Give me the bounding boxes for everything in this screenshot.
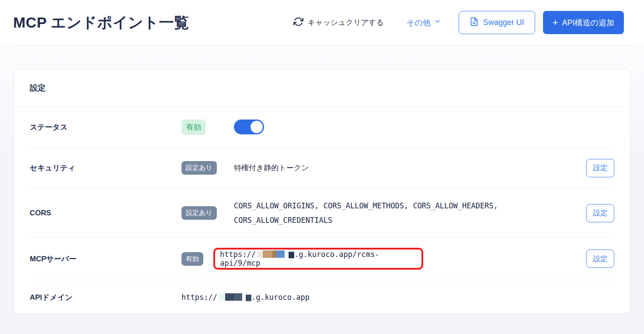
mcp-setting-button[interactable]: 設定 <box>586 250 614 268</box>
cors-badge: 設定あり <box>181 206 217 220</box>
cors-value-line1: CORS_ALLOW_ORIGINS, CORS_ALLOW_METHODS, … <box>234 199 498 213</box>
cache-clear-label: キャッシュクリアする <box>308 18 384 28</box>
page-content: 設定 ステータス 有効 セキュリティ 設定あり 特権付き静的トークン <box>0 46 644 334</box>
mcp-url-prefix: https:// <box>220 250 256 259</box>
row-mcp-server: MCPサーバー 有効 https://.g.kuroco.app/rcms-ap… <box>30 238 614 280</box>
redacted-block <box>258 250 263 258</box>
row-status: ステータス 有効 <box>30 107 614 148</box>
status-label: ステータス <box>30 122 181 132</box>
row-security: セキュリティ 設定あり 特権付き静的トークン 設定 <box>30 148 614 189</box>
plus-icon: + <box>553 18 558 28</box>
swagger-ui-button[interactable]: Swagger UI <box>459 11 535 34</box>
cors-badge-cell: 設定あり <box>181 206 234 220</box>
status-toggle[interactable] <box>234 120 264 134</box>
card-title: 設定 <box>30 83 45 93</box>
toggle-knob <box>251 121 263 133</box>
security-label: セキュリティ <box>30 163 181 173</box>
mcp-server-badge: 有効 <box>181 252 203 266</box>
chevron-down-icon <box>434 18 441 27</box>
security-value: 特権付き静的トークン <box>234 163 309 173</box>
security-setting-button[interactable]: 設定 <box>586 159 614 177</box>
status-badge: 有効 <box>181 120 206 135</box>
redacted-block <box>276 250 285 258</box>
redacted-block <box>234 293 242 301</box>
settings-card: 設定 ステータス 有効 セキュリティ 設定あり 特権付き静的トークン <box>14 69 630 314</box>
add-api-structure-label: API構造の追加 <box>562 18 614 28</box>
redacted-block <box>225 293 234 301</box>
api-domain-suffix: .g.kuroco.app <box>251 293 310 302</box>
status-badge-cell: 有効 <box>181 120 234 135</box>
document-icon <box>470 17 479 28</box>
redacted-block <box>272 250 276 258</box>
api-domain-url: https://.g.kuroco.app <box>181 293 310 302</box>
top-bar: MCP エンドポイント一覧 キャッシュクリアする その他 <box>0 0 644 45</box>
security-badge: 設定あり <box>181 161 217 175</box>
cors-value: CORS_ALLOW_ORIGINS, CORS_ALLOW_METHODS, … <box>234 199 498 228</box>
others-dropdown[interactable]: その他 <box>407 18 441 28</box>
redacted-block <box>289 252 294 258</box>
cors-value-line2: CORS_ALLOW_CREDENTIALS <box>234 213 498 228</box>
add-api-structure-button[interactable]: + API構造の追加 <box>543 11 624 34</box>
others-label: その他 <box>407 18 431 28</box>
redacted-block <box>246 295 251 301</box>
api-domain-label: APIドメイン <box>30 292 181 302</box>
cors-label: CORS <box>30 209 181 218</box>
swagger-ui-label: Swagger UI <box>483 18 524 27</box>
mcp-url-highlight-box: https://.g.kuroco.app/rcms-api/9/mcp <box>213 248 423 270</box>
cors-setting-button[interactable]: 設定 <box>586 204 614 222</box>
redacted-block <box>263 250 272 258</box>
security-badge-cell: 設定あり <box>181 161 234 175</box>
mcp-server-label: MCPサーバー <box>30 254 181 264</box>
mcp-url: https://.g.kuroco.app/rcms-api/9/mcp <box>220 250 417 267</box>
settings-rows: ステータス 有効 セキュリティ 設定あり 特権付き静的トークン 設定 CORS <box>14 107 630 314</box>
page-title: MCP エンドポイント一覧 <box>13 13 189 33</box>
row-api-domain: APIドメイン https://.g.kuroco.app <box>30 280 614 314</box>
api-domain-prefix: https:// <box>181 293 217 302</box>
cache-clear-button[interactable]: キャッシュクリアする <box>293 17 384 29</box>
row-cors: CORS 設定あり CORS_ALLOW_ORIGINS, CORS_ALLOW… <box>30 189 614 238</box>
redacted-block <box>219 293 225 301</box>
card-header: 設定 <box>14 69 630 107</box>
mcp-badge-cell: 有効 <box>181 252 213 266</box>
refresh-icon <box>293 17 303 29</box>
